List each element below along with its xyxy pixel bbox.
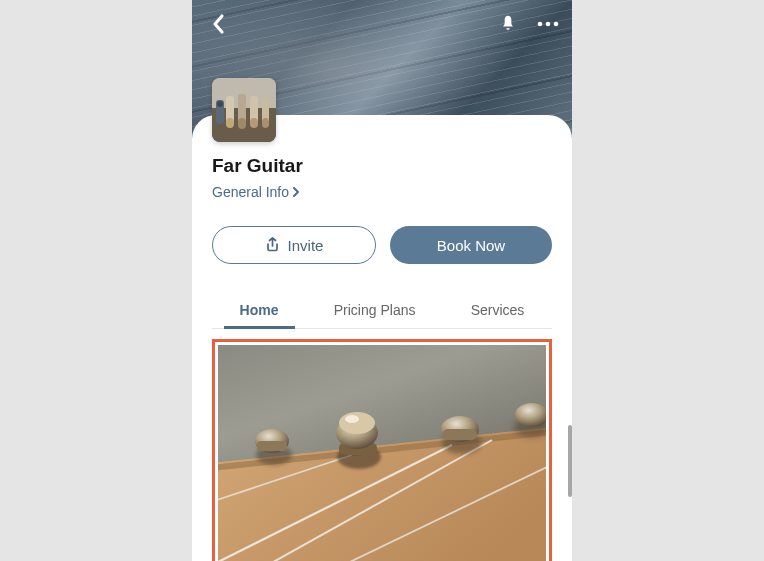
chevron-right-icon — [292, 186, 300, 198]
notifications-button[interactable] — [496, 12, 520, 36]
tab-services[interactable]: Services — [467, 292, 529, 328]
avatar-image — [212, 78, 276, 142]
invite-button[interactable]: Invite — [212, 226, 376, 264]
svg-rect-22 — [257, 441, 287, 451]
top-bar — [204, 10, 560, 38]
chevron-left-icon — [211, 13, 225, 35]
svg-point-2 — [554, 22, 559, 27]
svg-rect-12 — [262, 118, 269, 128]
general-info-link[interactable]: General Info — [212, 184, 552, 200]
scrollbar[interactable] — [568, 425, 572, 497]
app-screen: Far Guitar General Info Invite Book Now — [192, 0, 572, 561]
back-button[interactable] — [204, 10, 232, 38]
tab-pricing-plans[interactable]: Pricing Plans — [330, 292, 420, 328]
svg-point-27 — [345, 415, 359, 423]
featured-image-highlight — [212, 339, 552, 561]
svg-rect-8 — [238, 118, 246, 129]
avatar — [212, 78, 276, 142]
svg-rect-6 — [226, 118, 234, 128]
svg-point-26 — [339, 412, 375, 434]
more-button[interactable] — [536, 12, 560, 36]
tab-pricing-label: Pricing Plans — [334, 302, 416, 318]
tab-home[interactable]: Home — [236, 292, 283, 328]
svg-rect-10 — [250, 118, 258, 128]
invite-label: Invite — [288, 237, 324, 254]
featured-image[interactable] — [218, 345, 546, 561]
top-right-actions — [496, 12, 560, 36]
tab-home-label: Home — [240, 302, 279, 318]
svg-point-14 — [217, 101, 223, 107]
general-info-label: General Info — [212, 184, 289, 200]
bell-icon — [498, 14, 518, 34]
dots-horizontal-icon — [537, 21, 559, 27]
content-area — [212, 339, 552, 561]
profile-card: Far Guitar General Info Invite Book Now — [192, 115, 572, 561]
tab-services-label: Services — [471, 302, 525, 318]
action-buttons: Invite Book Now — [212, 226, 552, 264]
svg-rect-30 — [443, 429, 477, 440]
tabs: Home Pricing Plans Services — [212, 292, 552, 329]
guitar-headstock-image — [218, 345, 546, 561]
svg-point-1 — [546, 22, 551, 27]
book-now-button[interactable]: Book Now — [390, 226, 552, 264]
svg-point-0 — [538, 22, 543, 27]
book-now-label: Book Now — [437, 237, 505, 254]
share-icon — [265, 237, 280, 253]
